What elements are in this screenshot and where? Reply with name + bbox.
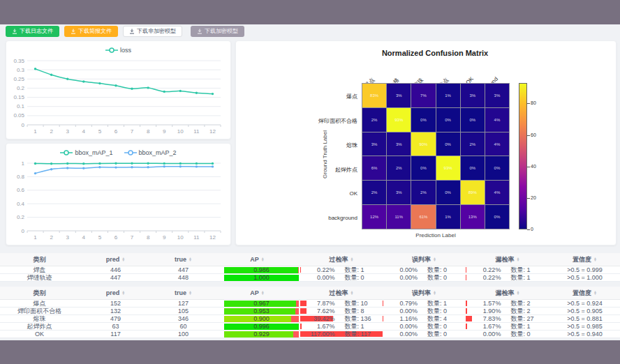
cell-ap: 0.953 [214, 308, 300, 315]
button-label: 下载非加密模型 [137, 29, 176, 34]
rate-percent: 39.42% [300, 316, 335, 322]
sort-carets-icon[interactable]: ▲▼ [261, 257, 265, 262]
col-header-过检率[interactable]: 过检率▲▼ [300, 287, 383, 300]
sort-carets-icon[interactable]: ▲▼ [517, 257, 520, 262]
cm-cell: 4% [485, 132, 509, 156]
cell-category: 焊缝轨迹 [0, 274, 79, 282]
cell-overdetect-rate: 7.87%数量: 10 [300, 300, 383, 308]
cm-cell: 6% [362, 156, 386, 180]
cell-confidence: >0.5 = 0.881 [549, 315, 620, 323]
col-header-误判率[interactable]: 误判率▲▼ [383, 253, 466, 266]
training-dashboard: 下载日志文件下载简报文件下载非加密模型下载加密模型 loss 00.050.10… [0, 0, 620, 364]
rate-percent: 1.67% [300, 324, 335, 330]
loss-chart-plot: 00.050.10.150.20.250.30.3512345678910111… [6, 56, 230, 137]
colorbar-tick-mark [527, 135, 530, 136]
colorbar-tick-label: 80 [531, 100, 536, 105]
col-header-类别: 类别 [0, 287, 79, 300]
cm-cell: 2% [461, 132, 485, 156]
ap-bar-track: 1.000 [224, 275, 299, 281]
sort-carets-icon[interactable]: ▲▼ [593, 291, 597, 296]
col-header-置信度[interactable]: 置信度▲▼ [549, 253, 620, 266]
legend-loss[interactable]: loss [105, 47, 131, 54]
cell-overdetect-rate: 0.00%数量: 0 [300, 274, 383, 282]
rate-count: 数量: 10 [335, 301, 383, 307]
ap-value: 0.996 [224, 324, 299, 330]
cm-row-label: OK [299, 190, 357, 197]
sort-carets-icon[interactable]: ▲▼ [517, 291, 520, 296]
cell-pred: 447 [79, 274, 152, 282]
col-header-过检率[interactable]: 过检率▲▼ [300, 253, 383, 266]
rate-count: 数量: 27 [501, 316, 549, 322]
col-header-label: 置信度 [573, 255, 591, 264]
cell-ap: 1.000 [214, 274, 300, 282]
weld-metrics-table: 类别pred▲▼true▲▼AP▲▼过检率▲▼误判率▲▼漏检率▲▼置信度▲▼焊盘… [0, 253, 620, 282]
ap-value: 0.900 [224, 316, 299, 322]
table-header-row: 类别pred▲▼true▲▼AP▲▼过检率▲▼误判率▲▼漏检率▲▼置信度▲▼ [0, 253, 620, 266]
cell-miss-rate: 1.57%数量: 2 [466, 300, 549, 308]
svg-text:0.35: 0.35 [13, 58, 24, 64]
col-header-label: 过检率 [330, 289, 348, 298]
cm-cell: 11% [387, 205, 411, 229]
col-header-label: AP [250, 256, 259, 263]
cm-cell: 12% [362, 205, 386, 229]
sort-carets-icon[interactable]: ▲▼ [121, 291, 125, 296]
confusion-matrix-title: Normalized Confusion Matrix [382, 49, 488, 57]
sort-carets-icon[interactable]: ▲▼ [433, 257, 436, 262]
top-bar [0, 0, 620, 24]
col-header-label: 类别 [34, 289, 46, 298]
download-report-button[interactable]: 下载简报文件 [64, 26, 118, 37]
col-header-true[interactable]: true▲▼ [152, 287, 214, 300]
cell-miss-rate: 0.22%数量: 1 [466, 274, 549, 282]
rate-count: 数量: 1 [501, 324, 549, 330]
rate-percent: 0.00% [383, 331, 418, 338]
download-encrypted-model-button[interactable]: 下载加密模型 [191, 26, 244, 37]
sort-carets-icon[interactable]: ▲▼ [350, 291, 354, 296]
rate-percent: 7.87% [300, 301, 335, 307]
rate-count: 数量: 136 [335, 316, 383, 322]
col-header-置信度[interactable]: 置信度▲▼ [549, 287, 620, 300]
cm-cell: 89% [461, 181, 485, 204]
col-header-true[interactable]: true▲▼ [152, 253, 214, 266]
col-header-label: 置信度 [573, 289, 591, 298]
download-log-button[interactable]: 下载日志文件 [6, 26, 59, 37]
cm-cell: 13% [461, 205, 485, 229]
rate-percent: 1.16% [383, 316, 418, 322]
col-header-pred[interactable]: pred▲▼ [79, 253, 152, 266]
rate-count: 数量: 2 [501, 308, 549, 314]
sort-carets-icon[interactable]: ▲▼ [189, 257, 192, 262]
colorbar-tick-mark [527, 198, 530, 199]
legend-bbox_mAP_2[interactable]: bbox_mAP_2 [124, 149, 177, 156]
col-header-漏检率[interactable]: 漏检率▲▼ [466, 253, 549, 266]
download-plain-model-button[interactable]: 下载非加密模型 [123, 26, 182, 37]
ap-bar-track: 0.929 [224, 331, 299, 338]
table-row: 焊盘4464470.9860.22%数量: 10.00%数量: 00.22%数量… [0, 266, 620, 274]
col-header-label: 误判率 [412, 289, 431, 298]
svg-text:0.2: 0.2 [17, 85, 25, 91]
rate-count: 数量: 0 [418, 324, 466, 330]
cm-row-label: 起焊炸点 [299, 166, 357, 174]
col-header-pred[interactable]: pred▲▼ [79, 287, 152, 300]
col-header-AP[interactable]: AP▲▼ [214, 253, 300, 266]
svg-text:7: 7 [131, 234, 134, 241]
sort-carets-icon[interactable]: ▲▼ [121, 257, 125, 262]
sort-carets-icon[interactable]: ▲▼ [189, 291, 192, 296]
cell-pred: 132 [79, 308, 152, 315]
sort-carets-icon[interactable]: ▲▼ [261, 291, 265, 296]
sort-carets-icon[interactable]: ▲▼ [593, 257, 597, 262]
col-header-漏检率[interactable]: 漏检率▲▼ [466, 287, 549, 300]
col-header-类别: 类别 [0, 253, 79, 266]
svg-text:2: 2 [50, 128, 53, 135]
cell-pred: 117 [79, 331, 152, 338]
col-header-误判率[interactable]: 误判率▲▼ [383, 287, 466, 300]
cell-misjudge-rate: 0.00%数量: 0 [383, 323, 466, 331]
sort-carets-icon[interactable]: ▲▼ [350, 257, 354, 262]
col-header-AP[interactable]: AP▲▼ [214, 287, 300, 300]
cm-row-label: 熔珠 [299, 142, 357, 149]
col-header-label: 漏检率 [496, 255, 515, 264]
rate-percent: 0.00% [383, 324, 418, 330]
legend-bbox_mAP_1[interactable]: bbox_mAP_1 [60, 149, 112, 156]
sort-carets-icon[interactable]: ▲▼ [433, 291, 436, 296]
rate-percent: 117.00% [300, 331, 335, 338]
rate-percent: 1.57% [466, 301, 501, 307]
cell-true: 127 [152, 300, 214, 308]
